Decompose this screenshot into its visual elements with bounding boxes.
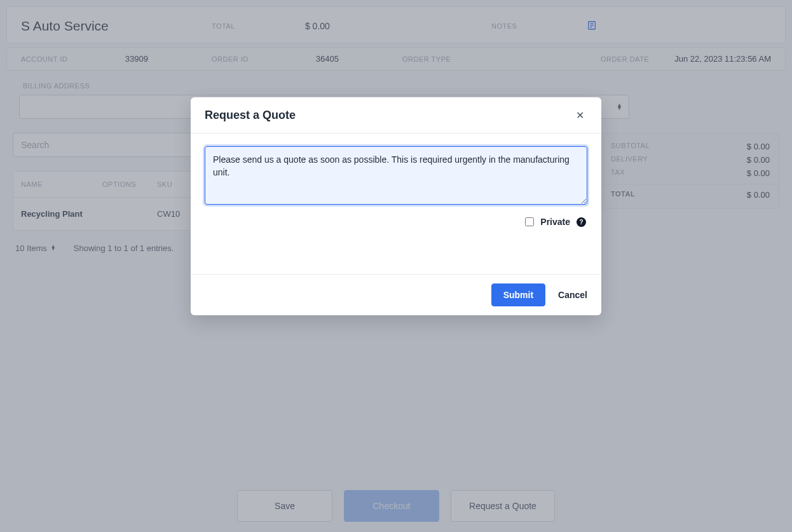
modal-footer: Submit Cancel xyxy=(191,274,601,315)
quote-message-textarea[interactable] xyxy=(205,146,587,205)
private-row: Private ? xyxy=(205,207,587,229)
cancel-button[interactable]: Cancel xyxy=(558,290,587,300)
private-label: Private xyxy=(540,217,570,227)
close-icon: ✕ xyxy=(576,110,584,121)
modal-close-button[interactable]: ✕ xyxy=(572,107,587,123)
modal-header: Request a Quote ✕ xyxy=(191,97,601,133)
modal-title: Request a Quote xyxy=(205,109,296,122)
private-checkbox[interactable] xyxy=(525,217,534,226)
modal-body: Private ? xyxy=(191,133,601,236)
modal-overlay[interactable]: Request a Quote ✕ Private ? Submit Cance… xyxy=(0,0,792,532)
help-icon[interactable]: ? xyxy=(577,217,586,227)
request-quote-modal: Request a Quote ✕ Private ? Submit Cance… xyxy=(191,97,601,315)
submit-button[interactable]: Submit xyxy=(491,283,545,306)
